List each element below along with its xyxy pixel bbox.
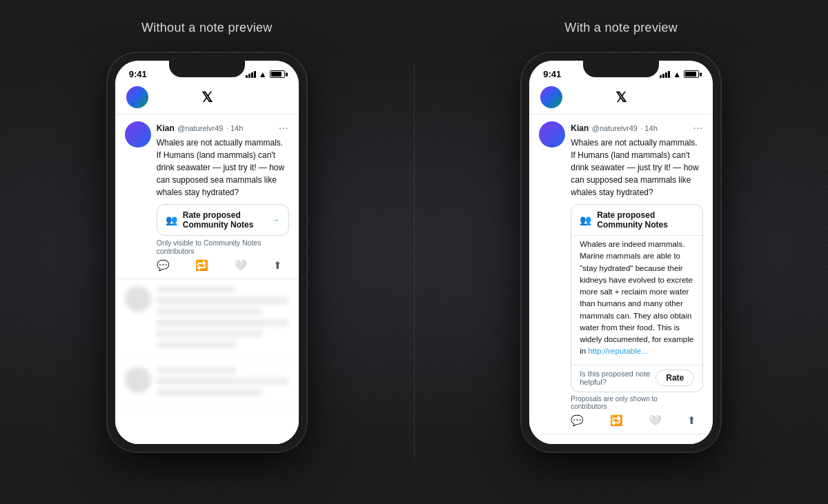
status-icons-right: ▲ bbox=[660, 70, 699, 79]
nav-bar-right: 𝕏 bbox=[529, 82, 713, 114]
phone-screen-left: 9:41 ▲ bbox=[115, 61, 299, 444]
blurred-tweet-1-left bbox=[115, 279, 299, 360]
retweet-icon-right[interactable]: 🔁 bbox=[610, 414, 623, 427]
cn-body-link[interactable]: http://reputable… bbox=[588, 347, 649, 355]
tweet-header-right: Kian @naturelvr49 · 14h ··· Whales are n… bbox=[539, 121, 703, 199]
community-notes-pill-left[interactable]: 👥 Rate proposed Community Notes → bbox=[157, 204, 289, 236]
cn-body-right: Whales are indeed mammals. Marine mammal… bbox=[571, 235, 702, 365]
tweet-text-right: Whales are not actually mammals. If Huma… bbox=[571, 137, 703, 199]
tweet-header-left: Kian @naturelvr49 · 14h ··· Whales are n… bbox=[125, 121, 289, 199]
tweet-handle-right: @naturelvr49 bbox=[592, 124, 638, 132]
tweet-more-right[interactable]: ··· bbox=[693, 122, 704, 133]
status-icons-left: ▲ bbox=[246, 70, 285, 79]
share-icon-left[interactable]: ⬆ bbox=[273, 259, 282, 272]
phone-notch-right bbox=[583, 61, 659, 77]
tweet-author-name-right: Kian bbox=[571, 123, 589, 133]
tweet-meta-right: Kian @naturelvr49 · 14h ··· Whales are n… bbox=[571, 121, 703, 199]
cn-helpful-question: Is this proposed note helpful? bbox=[580, 370, 656, 386]
x-logo-left: 𝕏 bbox=[201, 89, 213, 105]
like-icon-left[interactable]: 🤍 bbox=[234, 259, 247, 272]
phone-without-preview: 9:41 ▲ bbox=[107, 52, 307, 452]
page-container: Without a note preview 9:41 ▲ bbox=[0, 0, 828, 504]
community-notes-expanded: 👥 Rate proposed Community Notes Whales a… bbox=[571, 204, 703, 392]
tweet-time-right: 14h bbox=[645, 124, 658, 132]
tweet-handle-left: @naturelvr49 bbox=[177, 124, 223, 132]
signal-icon-left bbox=[246, 71, 256, 78]
cn-icon-left: 👥 bbox=[166, 214, 177, 225]
tweet-left: Kian @naturelvr49 · 14h ··· Whales are n… bbox=[115, 114, 299, 279]
signal-icon-right bbox=[660, 71, 670, 78]
panel-title-with: With a note preview bbox=[564, 21, 678, 35]
tweet-author-info-right: Kian @naturelvr49 · 14h bbox=[571, 121, 658, 134]
nav-avatar-left[interactable] bbox=[126, 86, 148, 108]
tweet-more-left[interactable]: ··· bbox=[279, 122, 289, 133]
share-icon-right[interactable]: ⬆ bbox=[687, 414, 696, 427]
rate-button[interactable]: Rate bbox=[656, 370, 694, 386]
x-logo-right: 𝕏 bbox=[615, 89, 627, 105]
nav-avatar-right[interactable] bbox=[540, 86, 562, 108]
panel-divider bbox=[414, 62, 415, 462]
reply-icon-left[interactable]: 💬 bbox=[157, 259, 170, 272]
cn-header-right: 👥 Rate proposed Community Notes bbox=[571, 205, 702, 235]
cn-footer-right: Is this proposed note helpful? Rate bbox=[571, 365, 702, 392]
battery-icon-right bbox=[684, 70, 699, 78]
wifi-icon-right: ▲ bbox=[673, 70, 681, 79]
battery-icon-left bbox=[270, 70, 285, 78]
tweet-right: Kian @naturelvr49 · 14h ··· Whales are n… bbox=[529, 114, 713, 434]
reply-icon-right[interactable]: 💬 bbox=[571, 414, 584, 427]
panel-without-preview: Without a note preview 9:41 ▲ bbox=[41, 21, 373, 452]
tweet-actions-left: 💬 🔁 🤍 ⬆ bbox=[125, 259, 289, 272]
phone-with-preview: 9:41 ▲ bbox=[521, 52, 721, 452]
tweet-avatar-left bbox=[125, 121, 151, 148]
phone-notch-left bbox=[169, 61, 245, 77]
feed-left: Kian @naturelvr49 · 14h ··· Whales are n… bbox=[115, 114, 299, 444]
tweet-time-left: 14h bbox=[230, 124, 243, 132]
nav-bar-left: 𝕏 bbox=[115, 82, 299, 114]
cn-label-right: Rate proposed Community Notes bbox=[597, 210, 694, 230]
tweet-actions-right: 💬 🔁 🤍 ⬆ bbox=[539, 414, 703, 427]
cn-arrow-left: → bbox=[272, 215, 280, 225]
tweet-text-left: Whales are not actually mammals. If Huma… bbox=[157, 137, 289, 199]
status-time-right: 9:41 bbox=[543, 69, 561, 79]
cn-label-left: Rate proposed Community Notes bbox=[183, 210, 266, 230]
tweet-avatar-right bbox=[539, 121, 565, 148]
cn-icon-right: 👥 bbox=[580, 214, 591, 225]
status-time-left: 9:41 bbox=[129, 69, 147, 79]
wifi-icon-left: ▲ bbox=[259, 70, 267, 79]
retweet-icon-left[interactable]: 🔁 bbox=[195, 259, 208, 272]
tweet-author-name-left: Kian bbox=[157, 123, 175, 133]
tweet-meta-left: Kian @naturelvr49 · 14h ··· Whales are n… bbox=[157, 121, 289, 199]
cn-subtitle-left: Only visible to Community Notes contribu… bbox=[157, 239, 279, 255]
like-icon-right[interactable]: 🤍 bbox=[649, 414, 662, 427]
feed-right: Kian @naturelvr49 · 14h ··· Whales are n… bbox=[529, 114, 713, 444]
tweet-author-info-left: Kian @naturelvr49 · 14h bbox=[157, 121, 244, 134]
cn-body-text: Whales are indeed mammals. Marine mammal… bbox=[580, 240, 693, 355]
tweet-author-line-right: Kian @naturelvr49 · 14h ··· bbox=[571, 121, 703, 134]
panel-title-without: Without a note preview bbox=[141, 21, 273, 35]
cn-proposals-text: Proposals are only shown to contributors bbox=[571, 395, 693, 410]
tweet-author-line-left: Kian @naturelvr49 · 14h ··· bbox=[157, 121, 289, 134]
panel-with-preview: With a note preview 9:41 ▲ bbox=[456, 21, 787, 452]
blurred-tweet-2-left bbox=[115, 360, 299, 407]
phone-screen-right: 9:41 ▲ bbox=[529, 61, 713, 444]
